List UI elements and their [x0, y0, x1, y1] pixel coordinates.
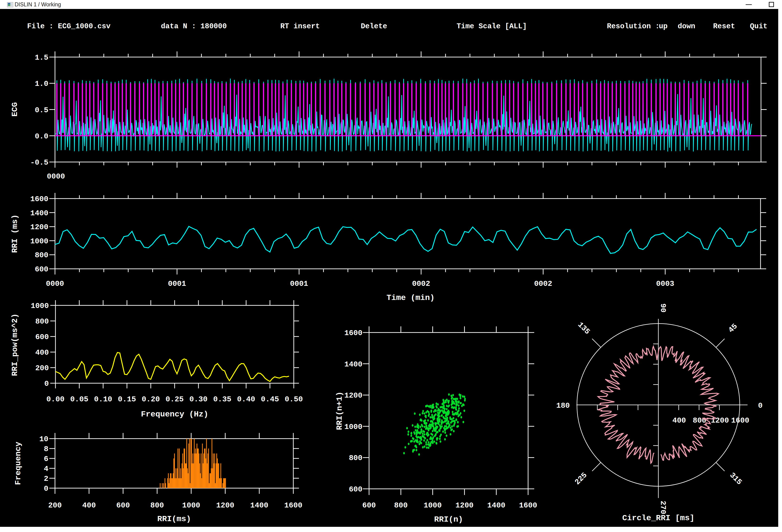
histogram-bar: [197, 444, 197, 488]
scatter-point: [412, 424, 414, 427]
histogram-bar: [177, 468, 177, 488]
histogram-bar: [222, 483, 223, 488]
menu-resolution-up[interactable]: up: [659, 22, 668, 30]
histogram-bar: [165, 483, 166, 488]
histogram-bar: [180, 468, 181, 488]
histogram-bar: [192, 453, 193, 488]
scatter-point: [456, 412, 458, 414]
histogram-bar: [206, 439, 207, 488]
scatter-point: [450, 421, 452, 424]
rri-xtick-label: 0002: [534, 279, 552, 288]
scatter-point: [460, 402, 462, 404]
histogram-bar: [209, 483, 210, 488]
scatter-point: [434, 422, 436, 424]
spectrum-xtick-label: 0.05: [70, 395, 88, 404]
scatter-point: [433, 427, 435, 429]
scatter-point: [452, 394, 454, 396]
histogram-ytick-label: 6: [44, 455, 48, 463]
histogram-bar: [171, 478, 172, 488]
scatter-point: [455, 406, 457, 409]
histogram-bar: [176, 478, 177, 488]
histogram-bar: [217, 458, 218, 488]
histogram-bar: [195, 449, 196, 488]
scatter-point: [433, 441, 435, 443]
polar-angle-label: 0: [758, 402, 762, 410]
histogram-bar: [163, 483, 164, 488]
scatter-point: [455, 418, 457, 421]
rri-xtick-label: 0002: [412, 279, 430, 288]
rri-xtick-label: 0001: [168, 279, 186, 288]
scatter-point: [444, 429, 446, 431]
scatter-point: [430, 433, 432, 435]
histogram-bar: [224, 478, 225, 488]
menu-quit[interactable]: Quit: [750, 22, 768, 30]
scatter-point: [464, 399, 466, 402]
scatter-point: [445, 415, 447, 417]
scatter-point: [418, 425, 419, 427]
ecg-ytick-label: 0.5: [35, 106, 48, 115]
scatter-point: [463, 395, 465, 398]
scatter-point: [410, 440, 412, 443]
spectrum-ytick-label: 200: [35, 364, 49, 373]
ecg-axis-title: ECG: [10, 102, 20, 116]
scatter-point: [435, 427, 436, 429]
scatter-point: [462, 421, 464, 423]
histogram-bar: [215, 483, 216, 488]
scatter-point: [429, 405, 431, 407]
histogram-bar: [179, 449, 180, 488]
histogram-bar: [221, 478, 222, 488]
histogram-bar: [177, 449, 178, 488]
histogram-bar: [193, 463, 194, 488]
polar-radial-label: 800: [693, 416, 707, 425]
scatter-point: [430, 410, 432, 412]
histogram-bar: [186, 439, 187, 488]
histogram-bar: [218, 463, 219, 488]
scatter-point: [432, 407, 434, 409]
histogram-ytick-label: 2: [44, 474, 48, 483]
scatter-point: [437, 409, 439, 412]
histogram-xtick-label: 1200: [216, 501, 234, 510]
scatter-point: [423, 420, 425, 422]
menu-delete[interactable]: Delete: [361, 22, 387, 30]
scatter-point: [457, 425, 459, 427]
scatter-point: [428, 447, 429, 449]
histogram-bar: [202, 444, 203, 488]
histogram-bar: [218, 463, 218, 488]
scatter-point: [445, 425, 447, 427]
scatter-ytick-label: 800: [349, 454, 362, 462]
scatter-point: [445, 420, 447, 422]
menu-rt-insert[interactable]: RT insert: [280, 22, 320, 30]
histogram-bar: [200, 473, 201, 488]
scatter-point: [428, 405, 429, 408]
scatter-point: [462, 395, 463, 397]
scatter-point: [453, 417, 454, 419]
polar-radial-label: 1600: [731, 416, 749, 425]
minimize-button[interactable]: [744, 0, 755, 9]
scatter-point: [442, 421, 444, 423]
scatter-point: [419, 436, 421, 439]
histogram-bar: [214, 453, 215, 488]
menu-time-scale[interactable]: Time Scale [ALL]: [457, 22, 527, 30]
menu-resolution-down[interactable]: down: [678, 22, 695, 30]
menu-reset[interactable]: Reset: [713, 22, 735, 30]
frequency-axis-title: Frequency (Hz): [141, 410, 208, 419]
scatter-point: [421, 429, 422, 431]
power-axis-title: RRI_pow(ms^2): [10, 313, 20, 376]
scatter-point: [443, 427, 445, 429]
histogram-bar: [220, 463, 221, 488]
ecg-ytick-label: 1.5: [35, 53, 48, 62]
histogram-bar: [216, 453, 217, 488]
maximize-button[interactable]: [767, 0, 777, 9]
histogram-bar: [196, 453, 197, 488]
scatter-point: [436, 403, 437, 405]
histogram-bar: [189, 439, 190, 488]
scatter-point: [413, 438, 414, 440]
rri-xtick-label: 0003: [656, 279, 674, 288]
time-axis-title: Time (min): [387, 293, 435, 302]
minimize-icon: [746, 4, 752, 5]
scatter-point: [453, 406, 455, 409]
scatter-point: [435, 410, 437, 412]
scatter-point: [437, 403, 439, 406]
scatter-point: [431, 415, 433, 417]
scatter-point: [428, 413, 430, 416]
